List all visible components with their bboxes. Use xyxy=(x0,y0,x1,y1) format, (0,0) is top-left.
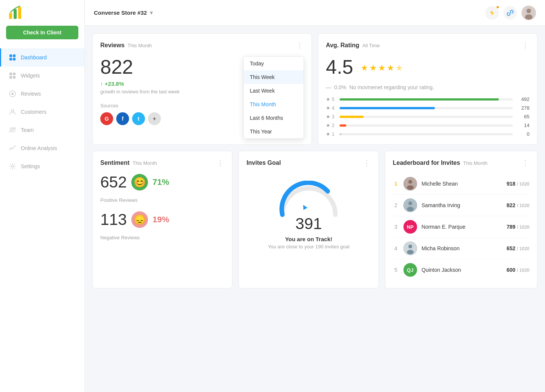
sentiment-menu-button[interactable]: ⋮ xyxy=(217,159,224,167)
invites-title: Invites Goal xyxy=(246,160,281,166)
star-4: ★ xyxy=(387,63,394,73)
avg-rating-card: Avg. Rating All Time ⋮ 4.5 ★ ★ ★ ★ ★ xyxy=(318,33,537,145)
negative-label: Negative Reviews xyxy=(100,235,224,240)
lb-score-5: 600 / 1020 xyxy=(506,267,529,273)
star-2: ★ xyxy=(369,63,377,73)
svg-point-12 xyxy=(11,93,14,95)
leaderboard-menu-button[interactable]: ⋮ xyxy=(522,159,529,167)
sentiment-title: Sentiment xyxy=(100,160,129,166)
sidebar-item-customers-label: Customers xyxy=(21,109,47,115)
team-icon xyxy=(9,126,16,134)
leaderboard-card: Leaderboard for Invites This Month ⋮ 1 M… xyxy=(385,151,537,288)
leaderboard-list: 1 Michelle Shean 918 / 1020 2 Samanth xyxy=(393,173,529,280)
top-header: Converse Store #32 ▾ xyxy=(85,0,545,26)
leaderboard-item-5: 5 QJ Quinton Jackson 600 / 1020 xyxy=(393,259,529,280)
gauge-chart xyxy=(275,181,343,218)
svg-marker-21 xyxy=(301,204,307,210)
rating-row-3: ★ 3 65 xyxy=(326,114,529,119)
sentiment-header: Sentiment This Month ⋮ xyxy=(100,159,224,167)
svg-point-20 xyxy=(525,14,533,20)
avg-rating-title: Avg. Rating xyxy=(326,42,359,49)
positive-sentiment: 652 😊 71% xyxy=(100,173,224,191)
svg-point-19 xyxy=(526,9,531,13)
svg-rect-10 xyxy=(13,76,16,79)
dropdown-this-week[interactable]: This Week xyxy=(244,70,304,84)
avg-rating-subtitle: All Time xyxy=(362,43,380,48)
lb-name-1: Michelle Shean xyxy=(422,181,502,187)
store-name: Converse Store #32 xyxy=(94,9,147,16)
rating-row-1: ★ 1 0 xyxy=(326,131,529,137)
leaderboard-item-2: 2 Samantha Irving 822 / 1020 xyxy=(393,195,529,216)
sentiment-title-row: Sentiment This Month xyxy=(100,160,157,166)
avg-rating-menu-button[interactable]: ⋮ xyxy=(522,41,529,50)
svg-rect-9 xyxy=(9,76,12,79)
sidebar-item-dashboard-label: Dashboard xyxy=(21,54,47,60)
sidebar: Check In Client Dashboard Widgets Review… xyxy=(0,0,85,392)
dropdown-last-week[interactable]: Last Week xyxy=(244,84,304,98)
leaderboard-header: Leaderboard for Invites This Month ⋮ xyxy=(393,159,529,167)
store-selector[interactable]: Converse Store #32 ▾ xyxy=(94,9,153,16)
facebook-source-button[interactable]: f xyxy=(116,112,129,125)
negative-sentiment: 113 😞 19% xyxy=(100,211,224,229)
lb-score-4: 652 / 1020 xyxy=(506,245,529,251)
avg-rating-number: 4.5 xyxy=(326,56,353,78)
avatar-image xyxy=(522,6,536,20)
rank-3: 3 xyxy=(393,224,399,230)
svg-rect-3 xyxy=(9,54,12,57)
widgets-icon xyxy=(9,72,16,79)
avatar-image-1 xyxy=(403,177,417,191)
svg-point-27 xyxy=(407,207,414,211)
invites-menu-button[interactable]: ⋮ xyxy=(363,159,371,167)
dropdown-this-month[interactable]: This Month xyxy=(244,98,304,111)
add-source-button[interactable]: + xyxy=(148,112,161,125)
star-label-5: ★ 5 xyxy=(326,96,336,102)
star-label-1: ★ 1 xyxy=(326,131,336,137)
star-3: ★ xyxy=(378,63,386,73)
lb-score-2: 822 / 1020 xyxy=(506,202,529,208)
rating-bar-4 xyxy=(339,107,435,109)
dropdown-last-6-months[interactable]: Last 6 Months xyxy=(244,111,304,125)
lb-score-1: 918 / 1020 xyxy=(506,181,529,187)
rank-4: 4 xyxy=(393,245,399,251)
svg-rect-5 xyxy=(9,58,12,60)
sentiment-subtitle: This Month xyxy=(132,160,157,166)
dropdown-today[interactable]: Today xyxy=(244,57,304,70)
sidebar-item-reviews[interactable]: Reviews xyxy=(0,85,84,103)
sidebar-item-team-label: Team xyxy=(21,127,34,133)
rating-count-4: 278 xyxy=(516,105,529,111)
check-in-client-button[interactable]: Check In Client xyxy=(6,26,78,39)
sidebar-item-widgets[interactable]: Widgets xyxy=(0,67,84,85)
google-source-button[interactable]: G xyxy=(100,112,113,125)
notification-badge xyxy=(496,5,500,9)
sidebar-item-customers[interactable]: Customers xyxy=(0,103,84,121)
positive-label: Positive Reviews xyxy=(100,197,224,203)
user-avatar[interactable] xyxy=(522,6,536,20)
svg-point-16 xyxy=(12,166,14,167)
gauge-container: 391 You are on Track! You are close to y… xyxy=(246,173,371,253)
rating-bar-wrap-3 xyxy=(339,116,513,118)
rank-1: 1 xyxy=(393,181,399,187)
rating-bar-wrap-4 xyxy=(339,107,513,109)
svg-rect-4 xyxy=(13,54,16,57)
rating-change-pct: 0.0% xyxy=(334,84,346,90)
invites-desc: You are close to your 190 invites goal xyxy=(268,244,350,249)
star-5: ★ xyxy=(396,63,403,73)
notifications-button[interactable] xyxy=(485,6,499,20)
invites-header: Invites Goal ⋮ xyxy=(246,159,371,167)
app-logo-icon xyxy=(8,5,23,20)
twitter-source-button[interactable]: t xyxy=(132,112,145,125)
rating-count-2: 14 xyxy=(516,122,529,128)
top-row: Reviews This Month ⋮ 822 ↑ +23.8% growth… xyxy=(92,33,537,145)
sidebar-item-settings[interactable]: Settings xyxy=(0,157,84,175)
sidebar-item-online-analysis-label: Online Analysis xyxy=(21,145,57,151)
sidebar-item-team[interactable]: Team xyxy=(0,121,84,139)
negative-pct: 19% xyxy=(153,215,169,225)
avatar-image-4 xyxy=(403,242,417,255)
sidebar-item-online-analysis[interactable]: Online Analysis xyxy=(0,139,84,157)
reviews-card-menu-button[interactable]: ⋮ xyxy=(296,41,304,50)
dropdown-this-year[interactable]: This Year xyxy=(244,125,304,138)
rating-bar-5 xyxy=(339,98,499,101)
sidebar-nav: Dashboard Widgets Reviews Customers Team xyxy=(0,48,84,175)
link-button[interactable] xyxy=(503,6,517,20)
sidebar-item-dashboard[interactable]: Dashboard xyxy=(0,48,84,67)
